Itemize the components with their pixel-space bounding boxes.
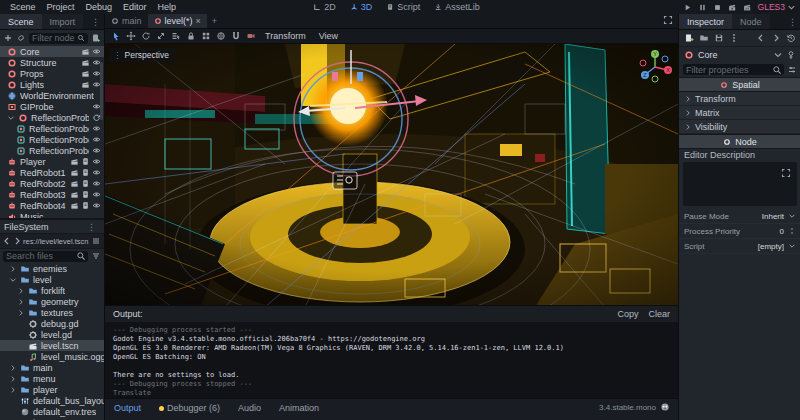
open-scene-icon[interactable] (70, 157, 79, 166)
chev-right-icon[interactable] (9, 375, 17, 383)
inspector-node-selector[interactable]: Core (679, 47, 800, 62)
play-custom-scene-icon[interactable] (743, 3, 752, 12)
move-icon[interactable] (126, 31, 136, 41)
chev-right-icon[interactable] (17, 298, 25, 306)
scene-node-core[interactable]: Core (0, 46, 104, 57)
layout-icon[interactable] (91, 236, 101, 246)
chain-icon[interactable] (16, 33, 26, 43)
menu-debug[interactable]: Debug (81, 2, 118, 12)
visibility-icon[interactable] (92, 135, 101, 144)
chev-right-icon[interactable] (17, 287, 25, 295)
chev-down-icon[interactable] (788, 212, 796, 220)
file-enemies[interactable]: enemies (0, 263, 104, 274)
bottom-tab-debugger-6[interactable]: Debugger (6) (150, 402, 229, 414)
open-scene-icon[interactable] (81, 47, 90, 56)
lock-icon[interactable] (186, 31, 196, 41)
copy-button[interactable]: Copy (617, 309, 638, 319)
file-main[interactable]: main (0, 362, 104, 373)
menu-view[interactable]: View (315, 31, 342, 41)
pin-icon[interactable] (786, 50, 796, 60)
chev-right-icon[interactable] (17, 309, 25, 317)
file-menu[interactable]: menu (0, 373, 104, 384)
scene-node-redrobot1[interactable]: RedRobot1 (0, 167, 104, 178)
nav-right-icon[interactable] (12, 236, 22, 246)
open-scene-icon[interactable] (70, 201, 79, 210)
visibility-icon[interactable] (92, 157, 101, 166)
scene-node-reflectionprobe1[interactable]: ReflectionProbe1 (0, 123, 104, 134)
dots-vertical-icon[interactable]: ⋮ (87, 17, 104, 27)
scene-node-worldenvironment[interactable]: WorldEnvironment (0, 90, 104, 101)
file-default-env-tres[interactable]: default_env.tres (0, 406, 104, 417)
scene-tab-main[interactable]: main (105, 14, 148, 28)
pin-icon[interactable] (786, 50, 796, 60)
file-debug-gd[interactable]: debug.gd (0, 318, 104, 329)
expand-icon[interactable] (781, 168, 791, 178)
file-player[interactable]: player (0, 384, 104, 395)
chev-down-icon[interactable] (7, 114, 15, 122)
menu-help[interactable]: Help (153, 2, 182, 12)
file-textures[interactable]: textures (0, 307, 104, 318)
nav-right-icon[interactable] (771, 33, 781, 43)
section-transform[interactable]: Transform (679, 92, 800, 106)
scene-node-reflectionprobe3[interactable]: ReflectionProbe3 (0, 145, 104, 156)
chev-down-icon[interactable] (773, 50, 783, 60)
scene-node-lights[interactable]: Lights (0, 79, 104, 90)
menu-scene[interactable]: Scene (5, 2, 41, 12)
property-process-priority[interactable]: Process Priority0 (679, 224, 800, 239)
scene-node-reflectionprobe2[interactable]: ReflectionProbe2 (0, 134, 104, 145)
menu-project[interactable]: Project (42, 2, 80, 12)
select-icon[interactable] (111, 31, 121, 41)
perspective-menu[interactable]: ⋮ Perspective (109, 48, 176, 62)
pause-icon[interactable] (698, 3, 707, 12)
open-scene-icon[interactable] (81, 80, 90, 89)
scene-node-reflectionprobes[interactable]: ReflectionProbes (0, 112, 104, 123)
script-icon[interactable] (81, 201, 90, 210)
scene-node-redrobot4[interactable]: RedRobot4 (0, 200, 104, 211)
open-scene-icon[interactable] (81, 58, 90, 67)
sort-icon[interactable] (91, 251, 101, 261)
file-default-bus-layout-tres[interactable]: default_bus_layout.tres (0, 395, 104, 406)
history-icon[interactable] (786, 33, 796, 43)
open-scene-icon[interactable] (70, 179, 79, 188)
property-value[interactable]: Inherit (762, 212, 784, 221)
tools-icon[interactable] (787, 65, 797, 75)
clear-button[interactable]: Clear (648, 309, 670, 319)
menu-editor[interactable]: Editor (118, 2, 152, 12)
output-console[interactable]: --- Debugging process started ---Godot E… (105, 322, 678, 402)
visibility-icon[interactable] (92, 201, 101, 210)
workspace-script[interactable]: Script (380, 0, 426, 14)
add-icon[interactable] (3, 33, 13, 43)
section-visibility[interactable]: Visibility (679, 120, 800, 134)
attach-script-icon[interactable] (91, 33, 101, 43)
filter-properties-input[interactable]: Filter properties (683, 64, 784, 75)
layout-toggle-icon[interactable] (91, 236, 101, 246)
script-icon[interactable] (81, 157, 90, 166)
play-scene-icon[interactable] (728, 3, 737, 12)
visibility-icon[interactable] (92, 168, 101, 177)
visibility-icon[interactable] (92, 190, 101, 199)
spinner-icon[interactable] (788, 227, 796, 235)
visibility-icon[interactable] (92, 179, 101, 188)
group-icon[interactable] (201, 31, 211, 41)
visibility-icon[interactable] (92, 47, 101, 56)
load-icon[interactable] (699, 33, 709, 43)
filter-nodes-input[interactable]: Filter nodes (29, 33, 88, 44)
property-script[interactable]: Script[empty] (679, 239, 800, 254)
visibility-icon[interactable] (92, 146, 101, 155)
bottom-tab-animation[interactable]: Animation (270, 402, 328, 414)
renderer-select[interactable]: GLES3 (758, 2, 796, 12)
property-value[interactable]: [empty] (758, 242, 784, 251)
expand-icon[interactable] (786, 165, 794, 173)
dots-vertical-icon[interactable]: ⋮ (784, 17, 800, 27)
local-space-icon[interactable] (216, 31, 226, 41)
dots-icon[interactable] (729, 33, 739, 43)
visibility-icon[interactable] (92, 124, 101, 133)
chev-right-icon[interactable] (9, 386, 17, 394)
section-matrix[interactable]: Matrix (679, 106, 800, 120)
axis-gizmo[interactable]: Y X Z (637, 48, 673, 84)
stop-icon[interactable] (713, 3, 722, 12)
scene-tree-scrollbar[interactable] (100, 62, 103, 120)
property-value[interactable]: 0 (780, 227, 784, 236)
nav-back-icon[interactable] (3, 237, 11, 245)
search-files-input[interactable]: Search files (3, 251, 88, 262)
